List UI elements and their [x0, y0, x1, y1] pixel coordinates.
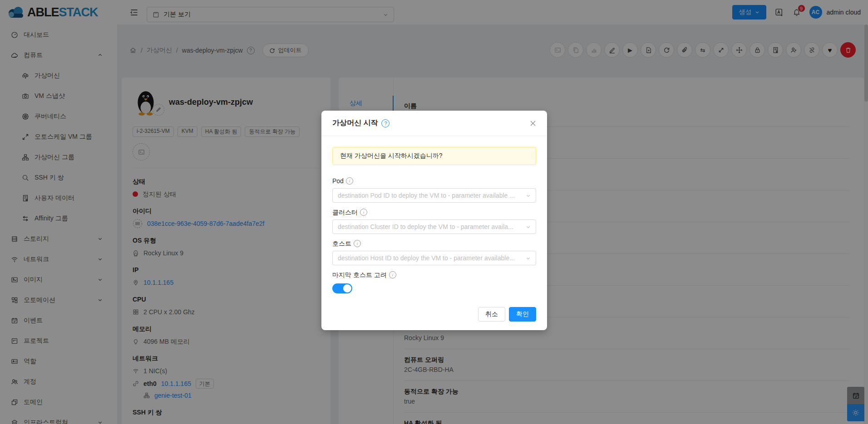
modal-body: 현재 가상머신을 시작하시겠습니까? Pod i destination Pod… — [321, 136, 547, 293]
start-vm-modal: 가상머신 시작 ? 현재 가상머신을 시작하시겠습니까? Pod i desti… — [321, 111, 547, 330]
info-icon: i — [354, 240, 361, 247]
ok-button[interactable]: 확인 — [509, 307, 536, 322]
last-host-toggle[interactable] — [332, 283, 352, 293]
toggle-knob — [343, 284, 351, 292]
chevron-down-icon — [526, 193, 531, 198]
pod-label: Pod — [332, 176, 344, 186]
cancel-button[interactable]: 취소 — [478, 307, 505, 322]
info-icon: i — [346, 177, 353, 185]
modal-footer: 취소 확인 — [321, 307, 547, 322]
help-icon[interactable]: ? — [381, 119, 390, 127]
cluster-label: 클러스터 — [332, 207, 358, 217]
pod-select-placeholder: destination Pod ID to deploy the VM to -… — [338, 192, 515, 199]
confirm-alert: 현재 가상머신을 시작하시겠습니까? — [332, 147, 536, 165]
info-icon: i — [360, 209, 367, 216]
info-icon: i — [389, 271, 396, 278]
cluster-field: 클러스터 i destination Cluster ID to deploy … — [332, 207, 536, 234]
pod-field: Pod i destination Pod ID to deploy the V… — [332, 176, 536, 203]
modal-title: 가상머신 시작 — [332, 118, 378, 128]
pod-select[interactable]: destination Pod ID to deploy the VM to -… — [332, 188, 536, 203]
host-field: 호스트 i destination Host ID to deploy the … — [332, 239, 536, 265]
modal-header: 가상머신 시작 ? — [321, 111, 547, 136]
close-icon[interactable] — [530, 120, 536, 127]
host-select-placeholder: destination Host ID to deploy the VM to … — [338, 254, 515, 262]
host-select[interactable]: destination Host ID to deploy the VM to … — [332, 251, 536, 265]
cluster-select-placeholder: destination Cluster ID to deploy the VM … — [338, 223, 513, 230]
chevron-down-icon — [526, 224, 531, 229]
cluster-select[interactable]: destination Cluster ID to deploy the VM … — [332, 219, 536, 234]
last-host-field: 마지막 호스트 고려 i — [332, 270, 536, 293]
host-label: 호스트 — [332, 239, 351, 249]
chevron-down-icon — [526, 256, 531, 261]
last-host-label: 마지막 호스트 고려 — [332, 270, 387, 280]
